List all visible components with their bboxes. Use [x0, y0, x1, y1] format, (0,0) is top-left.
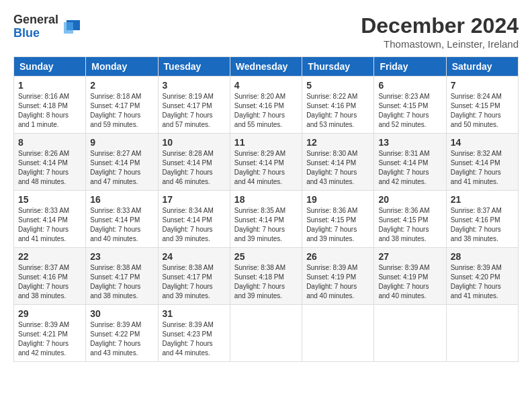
calendar-day-cell: 8Sunrise: 8:26 AMSunset: 4:14 PMDaylight…	[14, 134, 86, 191]
day-info: Sunrise: 8:20 AMSunset: 4:16 PMDaylight:…	[234, 92, 298, 130]
calendar-day-cell: 18Sunrise: 8:35 AMSunset: 4:14 PMDayligh…	[230, 191, 302, 248]
day-info: Sunrise: 8:30 AMSunset: 4:14 PMDaylight:…	[306, 149, 369, 187]
day-number: 28	[451, 251, 514, 262]
calendar-day-cell: 15Sunrise: 8:33 AMSunset: 4:14 PMDayligh…	[14, 191, 86, 248]
day-number: 11	[234, 137, 298, 148]
day-number: 16	[90, 194, 153, 205]
day-number: 24	[163, 251, 226, 262]
day-info: Sunrise: 8:37 AMSunset: 4:16 PMDaylight:…	[451, 206, 514, 244]
calendar-day-cell: 11Sunrise: 8:29 AMSunset: 4:14 PMDayligh…	[230, 134, 302, 191]
day-number: 19	[306, 194, 369, 205]
weekday-header: Tuesday	[158, 57, 230, 77]
day-number: 6	[378, 80, 441, 91]
logo-general: General	[13, 13, 58, 27]
location: Thomastown, Leinster, Ireland	[361, 38, 519, 50]
day-info: Sunrise: 8:28 AMSunset: 4:14 PMDaylight:…	[163, 149, 226, 187]
day-info: Sunrise: 8:18 AMSunset: 4:17 PMDaylight:…	[90, 92, 153, 130]
day-info: Sunrise: 8:26 AMSunset: 4:14 PMDaylight:…	[18, 149, 81, 187]
calendar-day-cell: 29Sunrise: 8:39 AMSunset: 4:21 PMDayligh…	[14, 305, 86, 362]
calendar-day-cell: 30Sunrise: 8:39 AMSunset: 4:22 PMDayligh…	[86, 305, 158, 362]
day-info: Sunrise: 8:22 AMSunset: 4:16 PMDaylight:…	[306, 92, 369, 130]
day-info: Sunrise: 8:36 AMSunset: 4:15 PMDaylight:…	[306, 206, 369, 244]
calendar-day-cell: 20Sunrise: 8:36 AMSunset: 4:15 PMDayligh…	[374, 191, 446, 248]
day-number: 22	[18, 251, 81, 262]
calendar-day-cell: 14Sunrise: 8:32 AMSunset: 4:14 PMDayligh…	[446, 134, 518, 191]
day-info: Sunrise: 8:39 AMSunset: 4:19 PMDaylight:…	[378, 263, 441, 301]
calendar-week-row: 15Sunrise: 8:33 AMSunset: 4:14 PMDayligh…	[14, 191, 519, 248]
day-number: 7	[451, 80, 514, 91]
logo: General Blue	[13, 13, 81, 40]
day-number: 23	[90, 251, 153, 262]
calendar-day-cell: 28Sunrise: 8:39 AMSunset: 4:20 PMDayligh…	[446, 248, 518, 305]
day-info: Sunrise: 8:39 AMSunset: 4:20 PMDaylight:…	[451, 263, 514, 301]
day-number: 21	[451, 194, 514, 205]
day-number: 26	[306, 251, 369, 262]
calendar-week-row: 8Sunrise: 8:26 AMSunset: 4:14 PMDaylight…	[14, 134, 519, 191]
calendar-day-cell: 23Sunrise: 8:38 AMSunset: 4:17 PMDayligh…	[86, 248, 158, 305]
page-header: General Blue December 2024 Thomastown, L…	[13, 13, 519, 50]
day-info: Sunrise: 8:37 AMSunset: 4:16 PMDaylight:…	[18, 263, 81, 301]
calendar: SundayMondayTuesdayWednesdayThursdayFrid…	[13, 56, 519, 362]
weekday-header: Sunday	[14, 57, 86, 77]
weekday-header: Friday	[374, 57, 446, 77]
weekday-header: Wednesday	[230, 57, 302, 77]
calendar-day-cell	[374, 305, 446, 362]
calendar-day-cell: 17Sunrise: 8:34 AMSunset: 4:14 PMDayligh…	[158, 191, 230, 248]
calendar-day-cell: 27Sunrise: 8:39 AMSunset: 4:19 PMDayligh…	[374, 248, 446, 305]
day-info: Sunrise: 8:39 AMSunset: 4:21 PMDaylight:…	[18, 320, 81, 358]
weekday-header: Monday	[86, 57, 158, 77]
day-number: 29	[18, 308, 81, 319]
day-info: Sunrise: 8:31 AMSunset: 4:14 PMDaylight:…	[378, 149, 441, 187]
day-number: 1	[18, 80, 81, 91]
calendar-day-cell: 21Sunrise: 8:37 AMSunset: 4:16 PMDayligh…	[446, 191, 518, 248]
calendar-day-cell: 22Sunrise: 8:37 AMSunset: 4:16 PMDayligh…	[14, 248, 86, 305]
day-info: Sunrise: 8:39 AMSunset: 4:19 PMDaylight:…	[306, 263, 369, 301]
day-number: 31	[163, 308, 226, 319]
day-number: 30	[90, 308, 153, 319]
day-number: 17	[163, 194, 226, 205]
day-info: Sunrise: 8:34 AMSunset: 4:14 PMDaylight:…	[163, 206, 226, 244]
day-number: 13	[378, 137, 441, 148]
calendar-day-cell: 7Sunrise: 8:24 AMSunset: 4:15 PMDaylight…	[446, 77, 518, 134]
calendar-day-cell: 24Sunrise: 8:38 AMSunset: 4:17 PMDayligh…	[158, 248, 230, 305]
day-info: Sunrise: 8:36 AMSunset: 4:15 PMDaylight:…	[378, 206, 441, 244]
calendar-day-cell: 10Sunrise: 8:28 AMSunset: 4:14 PMDayligh…	[158, 134, 230, 191]
day-info: Sunrise: 8:27 AMSunset: 4:14 PMDaylight:…	[90, 149, 153, 187]
svg-marker-1	[64, 22, 73, 34]
logo-blue: Blue	[13, 27, 58, 40]
calendar-day-cell: 25Sunrise: 8:38 AMSunset: 4:18 PMDayligh…	[230, 248, 302, 305]
day-number: 10	[163, 137, 226, 148]
day-number: 27	[378, 251, 441, 262]
day-info: Sunrise: 8:16 AMSunset: 4:18 PMDaylight:…	[18, 92, 81, 130]
logo-icon	[61, 17, 81, 37]
calendar-day-cell: 5Sunrise: 8:22 AMSunset: 4:16 PMDaylight…	[302, 77, 374, 134]
calendar-week-row: 1Sunrise: 8:16 AMSunset: 4:18 PMDaylight…	[14, 77, 519, 134]
calendar-day-cell: 4Sunrise: 8:20 AMSunset: 4:16 PMDaylight…	[230, 77, 302, 134]
weekday-header: Thursday	[302, 57, 374, 77]
calendar-week-row: 22Sunrise: 8:37 AMSunset: 4:16 PMDayligh…	[14, 248, 519, 305]
calendar-day-cell	[302, 305, 374, 362]
day-info: Sunrise: 8:29 AMSunset: 4:14 PMDaylight:…	[234, 149, 298, 187]
calendar-day-cell: 3Sunrise: 8:19 AMSunset: 4:17 PMDaylight…	[158, 77, 230, 134]
day-info: Sunrise: 8:39 AMSunset: 4:22 PMDaylight:…	[90, 320, 153, 358]
calendar-day-cell: 9Sunrise: 8:27 AMSunset: 4:14 PMDaylight…	[86, 134, 158, 191]
day-number: 2	[90, 80, 153, 91]
day-number: 25	[234, 251, 298, 262]
weekday-header: Saturday	[446, 57, 518, 77]
calendar-header-row: SundayMondayTuesdayWednesdayThursdayFrid…	[14, 57, 519, 77]
day-info: Sunrise: 8:38 AMSunset: 4:17 PMDaylight:…	[90, 263, 153, 301]
day-number: 9	[90, 137, 153, 148]
day-number: 12	[306, 137, 369, 148]
day-info: Sunrise: 8:38 AMSunset: 4:18 PMDaylight:…	[234, 263, 298, 301]
calendar-day-cell: 26Sunrise: 8:39 AMSunset: 4:19 PMDayligh…	[302, 248, 374, 305]
day-info: Sunrise: 8:33 AMSunset: 4:14 PMDaylight:…	[90, 206, 153, 244]
day-info: Sunrise: 8:32 AMSunset: 4:14 PMDaylight:…	[451, 149, 514, 187]
calendar-day-cell: 19Sunrise: 8:36 AMSunset: 4:15 PMDayligh…	[302, 191, 374, 248]
day-info: Sunrise: 8:39 AMSunset: 4:23 PMDaylight:…	[163, 320, 226, 358]
day-number: 4	[234, 80, 298, 91]
day-info: Sunrise: 8:19 AMSunset: 4:17 PMDaylight:…	[163, 92, 226, 130]
calendar-day-cell: 16Sunrise: 8:33 AMSunset: 4:14 PMDayligh…	[86, 191, 158, 248]
calendar-day-cell: 2Sunrise: 8:18 AMSunset: 4:17 PMDaylight…	[86, 77, 158, 134]
day-info: Sunrise: 8:23 AMSunset: 4:15 PMDaylight:…	[378, 92, 441, 130]
month-title: December 2024	[361, 13, 519, 38]
